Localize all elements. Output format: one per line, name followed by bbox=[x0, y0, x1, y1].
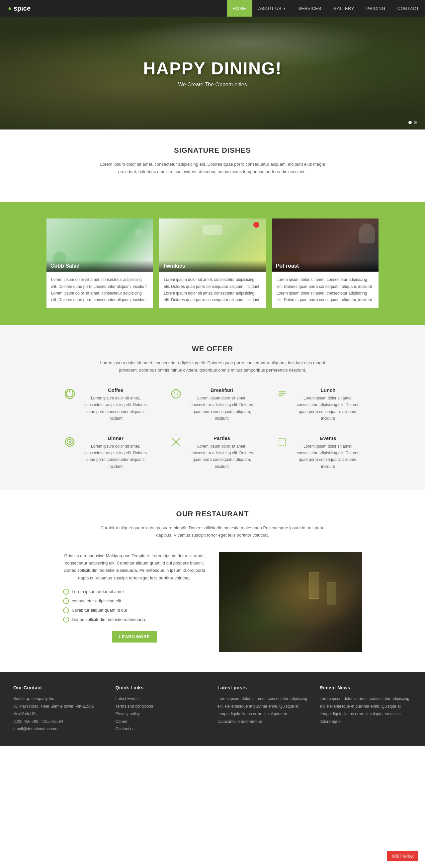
navbar: ● spice HOME ABOUT US ▼ SERVICES GALLERY… bbox=[0, 0, 425, 17]
footer-latest-posts: Latest posts Lorem ipsum dolor sit amet,… bbox=[217, 685, 310, 733]
restaurant-content: Grids is a responsive Multipurpose Templ… bbox=[63, 552, 362, 652]
nav-links: HOME ABOUT US ▼ SERVICES GALLERY PRICING… bbox=[227, 0, 425, 17]
svg-point-3 bbox=[174, 392, 175, 393]
hero-subtitle: We Create The Opportunities bbox=[143, 82, 282, 88]
list-arrow-icon: › bbox=[63, 617, 69, 623]
logo-dot: ● bbox=[8, 5, 11, 12]
footer-latest-posts-text: Lorem ipsum dolor sit amet, consectetur … bbox=[217, 695, 310, 725]
footer-link-career[interactable]: Career bbox=[116, 718, 208, 725]
footer-quick-links: Quick Links Latest Events Terms and cond… bbox=[116, 685, 208, 733]
dish-card-twinkies: Twinkies Lorem ipsum dolor sit amet, con… bbox=[159, 218, 266, 308]
footer-link-privacy[interactable]: Privacy policy bbox=[116, 710, 208, 718]
nav-pricing[interactable]: PRICING bbox=[360, 0, 391, 17]
dish-image-twinkies: Twinkies bbox=[159, 218, 266, 272]
signature-subtitle: Lorem ipsum dolor sit amet, consectetur … bbox=[96, 161, 329, 175]
restaurant-subtitle: Curabitur aliquet quam id dui posuere bl… bbox=[96, 524, 329, 539]
offer-text-lunch: Lunch Lorem ipsum dolor sit amet, consec… bbox=[294, 387, 362, 422]
svg-point-6 bbox=[177, 394, 178, 395]
offer-desc-events: Lorem ipsum dolor sit amet, consectetur … bbox=[294, 443, 362, 470]
footer-quick-links-title: Quick Links bbox=[116, 685, 208, 690]
footer-recent-news-text: Lorem ipsum dolor sit amet, consectetur … bbox=[320, 695, 412, 725]
offer-desc-parties: Lorem ipsum dolor sit amet, consectetur … bbox=[188, 443, 256, 470]
restaurant-title: OUR RESTAURANT bbox=[13, 510, 412, 518]
svg-point-2 bbox=[172, 390, 180, 398]
list-item: › Curabitur aliquet quam id dui bbox=[63, 606, 206, 615]
restaurant-left: Grids is a responsive Multipurpose Templ… bbox=[63, 552, 206, 652]
offer-text-breakfast: Breakfast Lorem ipsum dolor sit amet, co… bbox=[188, 387, 256, 422]
footer-link-contact[interactable]: Contact us bbox=[116, 725, 208, 733]
footer-contact-info: Bootstrap company Inc JC Main Road, Near… bbox=[13, 695, 105, 733]
hero-dot-2[interactable] bbox=[414, 121, 417, 124]
hero-dot-1[interactable] bbox=[408, 121, 412, 124]
food-decoration-2 bbox=[135, 228, 143, 237]
power-icon bbox=[63, 387, 77, 400]
offer-dinner: Dinner Lorem ipsum dolor sit amet, conse… bbox=[63, 435, 149, 470]
hero-dots bbox=[408, 121, 417, 124]
offer-title-lunch: Lunch bbox=[294, 387, 362, 393]
offer-parties: Parties Lorem ipsum dolor sit amet, cons… bbox=[169, 435, 256, 470]
food-decoration-4 bbox=[253, 222, 259, 228]
offer-title-parties: Parties bbox=[188, 435, 256, 441]
offer-text-dinner: Dinner Lorem ipsum dolor sit amet, conse… bbox=[82, 435, 149, 470]
offer-title-coffee: Coffee bbox=[82, 387, 149, 393]
dotted-square-icon bbox=[276, 435, 289, 448]
hero-content: HAPPY DINING! We Create The Opportunitie… bbox=[143, 58, 282, 88]
nav-services[interactable]: SERVICES bbox=[292, 0, 327, 17]
svg-rect-15 bbox=[279, 439, 285, 445]
list-arrow-icon: › bbox=[63, 607, 69, 613]
svg-point-5 bbox=[175, 394, 176, 395]
footer-grid: Our Contact Bootstrap company Inc JC Mai… bbox=[13, 685, 412, 733]
footer-latest-posts-title: Latest posts bbox=[217, 685, 310, 690]
nav-contact[interactable]: CONTACT bbox=[391, 0, 425, 17]
dish-name-cobb: Cobb Salad bbox=[47, 260, 153, 272]
dish-desc-twinkies: Lorem ipsum dolor sit amet, consectetur … bbox=[159, 272, 266, 308]
footer-company: Bootstrap company Inc bbox=[13, 695, 105, 703]
list-arrow-icon: › bbox=[63, 598, 69, 604]
list-item: › Donec sollicitudin molestie malesuada. bbox=[63, 615, 206, 624]
we-offer-section: WE OFFER Lorem ipsum dolor sit amet, con… bbox=[0, 325, 425, 490]
dish-card-potroast: Pot roast Lorem ipsum dolor sit amet, co… bbox=[272, 218, 378, 308]
signature-section: SIGNATURE DISHES Lorem ipsum dolor sit a… bbox=[0, 129, 425, 202]
offer-desc-breakfast: Lorem ipsum dolor sit amet, consectetur … bbox=[188, 395, 256, 422]
chevron-down-icon: ▼ bbox=[283, 7, 286, 10]
we-offer-subtitle: Lorem ipsum dolor sit amet, consectetur … bbox=[96, 359, 329, 374]
footer-contact: Our Contact Bootstrap company Inc JC Mai… bbox=[13, 685, 105, 733]
offer-desc-dinner: Lorem ipsum dolor sit amet, consectetur … bbox=[82, 443, 149, 470]
footer-email: email@domainname.com bbox=[13, 725, 105, 733]
list-item: › Lorem ipsum dolor sit amet bbox=[63, 587, 206, 596]
footer: Our Contact Bootstrap company Inc JC Mai… bbox=[0, 672, 425, 746]
footer-link-terms[interactable]: Terms and conditions bbox=[116, 703, 208, 710]
signature-title: SIGNATURE DISHES bbox=[13, 146, 412, 155]
dish-desc-cobb: Lorem ipsum dolor sit amet, consectetur … bbox=[47, 272, 153, 308]
nav-about[interactable]: ABOUT US ▼ bbox=[252, 0, 293, 17]
footer-phone: (123) 456-789 - 1255-12584 bbox=[13, 718, 105, 725]
footer-link-events[interactable]: Latest Events bbox=[116, 695, 208, 703]
offer-title-events: Events bbox=[294, 435, 362, 441]
dish-name-twinkies: Twinkies bbox=[159, 260, 266, 272]
logo: ● spice bbox=[0, 5, 227, 12]
svg-point-12 bbox=[69, 441, 71, 443]
footer-address: JC Main Road, Near Siemle tower, Pin-215… bbox=[13, 703, 105, 718]
footer-recent-news: Recent News Lorem ipsum dolor sit amet, … bbox=[320, 685, 412, 733]
dish-desc-potroast: Lorem ipsum dolor sit amet, consectetur … bbox=[272, 272, 378, 308]
nav-home[interactable]: HOME bbox=[227, 0, 252, 17]
dish-image-potroast: Pot roast bbox=[272, 218, 378, 272]
logo-text: spice bbox=[13, 5, 31, 12]
we-offer-title: WE OFFER bbox=[13, 345, 412, 353]
svg-point-4 bbox=[177, 392, 178, 393]
offer-grid: Coffee Lorem ipsum dolor sit amet, conse… bbox=[63, 387, 362, 470]
food-decoration-3 bbox=[203, 225, 222, 235]
offer-text-coffee: Coffee Lorem ipsum dolor sit amet, conse… bbox=[82, 387, 149, 422]
restaurant-list: › Lorem ipsum dolor sit amet › consectet… bbox=[63, 587, 206, 624]
dish-grid: Cobb Salad Lorem ipsum dolor sit amet, c… bbox=[47, 218, 378, 308]
hero-section: HAPPY DINING! We Create The Opportunitie… bbox=[0, 17, 425, 129]
offer-title-dinner: Dinner bbox=[82, 435, 149, 441]
restaurant-body: Grids is a responsive Multipurpose Templ… bbox=[63, 552, 206, 582]
list-arrow-icon: › bbox=[63, 589, 69, 595]
dish-name-potroast: Pot roast bbox=[272, 260, 378, 272]
learn-more-button[interactable]: LEARN MORE bbox=[112, 631, 157, 643]
nav-gallery[interactable]: GALLERY bbox=[327, 0, 360, 17]
offer-coffee: Coffee Lorem ipsum dolor sit amet, conse… bbox=[63, 387, 149, 422]
cross-icon bbox=[169, 435, 183, 448]
cookie-icon bbox=[169, 387, 183, 400]
